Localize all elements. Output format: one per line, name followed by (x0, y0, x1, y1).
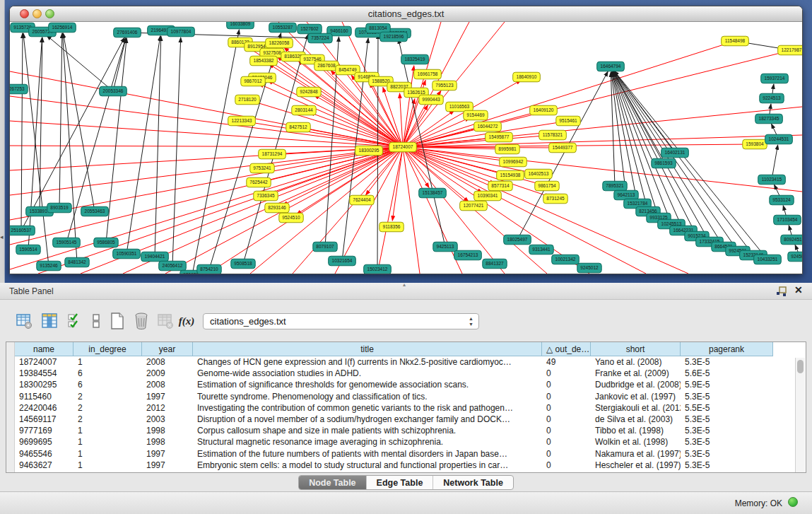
column-header-year[interactable]: year (142, 342, 193, 356)
table-tab-bar: Node TableEdge TableNetwork Table (0, 475, 812, 491)
cell-name: 9463627 (15, 460, 73, 471)
edge[interactable] (10, 96, 403, 147)
edge[interactable] (172, 37, 181, 266)
column-header-out_de[interactable]: △ out_de… (542, 342, 591, 356)
graph-node-label: 1527602 (300, 26, 319, 31)
network-window[interactable]: citations_edges.txt 18724007886012389129… (9, 6, 803, 274)
tab-edge-table[interactable]: Edge Table (367, 476, 434, 489)
citation-graph[interactable]: 1872400788601238912954182260589327508818… (10, 22, 802, 274)
edge[interactable] (335, 147, 403, 274)
graph-node-label: 9533124 (772, 197, 791, 202)
edge[interactable] (208, 147, 403, 274)
table-row[interactable]: 946362711997Embryonic stem cells: a mode… (15, 460, 773, 471)
close-panel-icon[interactable]: ✕ (794, 284, 803, 296)
edge[interactable] (63, 33, 77, 262)
table-header-row: namein_degreeyeartitle△ out_de…shortpage… (15, 342, 773, 356)
splitter-handle-icon[interactable]: ▴ (403, 281, 406, 288)
network-window-titlebar[interactable]: citations_edges.txt (10, 6, 802, 22)
edge[interactable] (403, 147, 420, 274)
table-selector-dropdown[interactable]: citations_edges.txt ▲▼ (203, 313, 479, 329)
cell-in_degree: 2 (73, 414, 142, 425)
table-row[interactable]: 969969511998Structural magnetic resonanc… (15, 436, 773, 448)
edge[interactable] (21, 33, 23, 230)
edge[interactable] (772, 145, 778, 180)
edge[interactable] (59, 33, 62, 208)
table-toolbar: f(x) citations_edges.txt ▲▼ (0, 310, 812, 334)
column-header-pagerank[interactable]: pagerank (681, 342, 773, 356)
function-builder-icon[interactable]: f(x) (177, 311, 196, 331)
scrollbar-thumb[interactable] (797, 360, 804, 373)
new-table-icon[interactable] (107, 311, 127, 331)
graph-node-label: 16044272 (478, 124, 498, 129)
network-canvas[interactable]: 1872400788601238912954182260589327508818… (10, 22, 802, 274)
tab-node-table[interactable]: Node Table (299, 476, 366, 489)
table-row[interactable]: 1456911722003Disruption of a novel membe… (15, 414, 773, 425)
cell-short: Jankovic et al. (1997) (591, 391, 681, 402)
edge[interactable] (10, 147, 403, 170)
select-rows-check-icon[interactable] (65, 311, 85, 331)
edge[interactable] (10, 147, 403, 195)
swap-rows-icon[interactable] (86, 311, 106, 331)
graph-node-label: 7336345 (257, 193, 275, 198)
graph-node-label: 9466160 (330, 28, 348, 33)
graph-node-label: 15154938 (500, 173, 521, 177)
dropdown-stepper-icon: ▲▼ (469, 316, 473, 327)
cell-out_de: 0 (542, 436, 591, 448)
table-row[interactable]: 911546021997Tourette syndrome. Phenomeno… (15, 391, 773, 402)
edge[interactable] (106, 38, 126, 243)
graph-node-label: 8481342 (68, 259, 86, 264)
edge[interactable] (403, 52, 785, 147)
select-column-icon[interactable] (40, 311, 59, 331)
tab-network-table[interactable]: Network Table (433, 476, 513, 489)
graph-node-label: 7895321 (606, 183, 624, 188)
table-row[interactable]: 1872400712008Changes of HCN gene express… (15, 356, 773, 368)
cell-name: 18724007 (15, 356, 73, 368)
graph-node-label: 10244531 (769, 136, 789, 141)
graph-node-label: 18325419 (405, 57, 425, 62)
column-header-in_degree[interactable]: in_degree (73, 342, 142, 356)
edge[interactable] (403, 105, 428, 147)
table-row[interactable]: 977716911998Corpus callosum shape and si… (15, 425, 773, 436)
edge[interactable] (611, 72, 615, 186)
column-header-short[interactable]: short (591, 342, 681, 356)
edge[interactable] (517, 71, 608, 240)
graph-node-label: 10553287 (273, 25, 293, 30)
cell-name: 9115460 (15, 391, 73, 402)
edge[interactable] (126, 36, 160, 254)
graph-node-label: 15023412 (367, 267, 388, 271)
graph-node-label: 2867608 (317, 63, 336, 68)
graph-node-label: 8731245 (546, 196, 565, 201)
table-settings-icon[interactable] (14, 311, 34, 331)
cell-pagerank: 5.3E-5 (681, 425, 773, 436)
cell-pagerank: 5.5E-5 (681, 402, 773, 414)
graph-node-label: 8454749 (339, 67, 357, 72)
table-row[interactable]: 1830029562008Estimation of significance … (15, 379, 773, 390)
edge[interactable] (403, 147, 505, 274)
memory-status-label: Memory: OK (735, 498, 782, 508)
graph-node-label: 9642113 (618, 192, 635, 197)
column-header-name[interactable]: name (15, 342, 73, 356)
cell-short: de Silva et al. (2003) (591, 414, 681, 425)
graph-node-label: 9245012 (580, 265, 599, 270)
edge[interactable] (192, 30, 239, 274)
graph-node-label: 16464794 (601, 64, 621, 69)
edge[interactable] (248, 122, 403, 147)
delete-table-icon[interactable] (155, 311, 175, 331)
float-panel-icon[interactable] (776, 286, 787, 297)
panel-collapse-icon[interactable]: ◂ (0, 234, 4, 240)
edge[interactable] (377, 147, 403, 274)
table-row[interactable]: 946554611997Estimation of the future num… (15, 448, 773, 460)
edge[interactable] (10, 146, 403, 147)
graph-node-label: 9861754 (538, 183, 556, 188)
cell-title: Investigating the contribution of common… (193, 402, 542, 414)
status-bar: Memory: OK (0, 491, 812, 514)
graph-node-label: 25160537 (11, 228, 32, 233)
delete-rows-trash-icon[interactable] (131, 311, 151, 331)
column-header-title[interactable]: title (193, 342, 542, 356)
edge[interactable] (47, 35, 113, 91)
cell-title: Disruption of a novel member of a sodium… (193, 414, 542, 425)
table-row[interactable]: 1938455462009Genome-wide association stu… (15, 368, 773, 379)
table-row[interactable]: 2242004622012Investigating the contribut… (15, 402, 773, 414)
left-panel-edge[interactable]: ◂ (0, 0, 5, 283)
vertical-scrollbar[interactable] (795, 358, 805, 472)
